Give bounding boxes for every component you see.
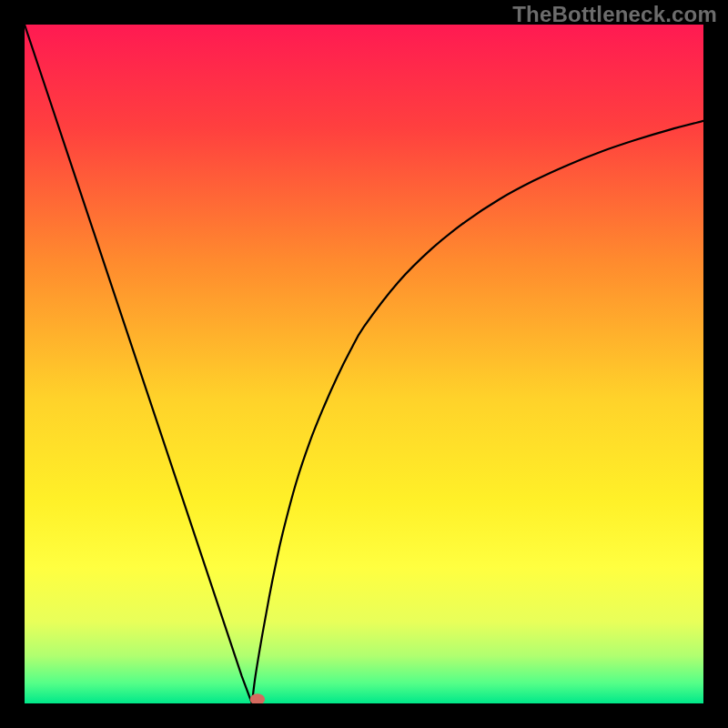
chart-background [25,25,703,703]
chart-plot-area [25,25,703,703]
watermark-text: TheBottleneck.com [512,2,717,27]
chart-container: { "watermark": "TheBottleneck.com", "cha… [0,0,728,728]
chart-svg [25,25,703,703]
